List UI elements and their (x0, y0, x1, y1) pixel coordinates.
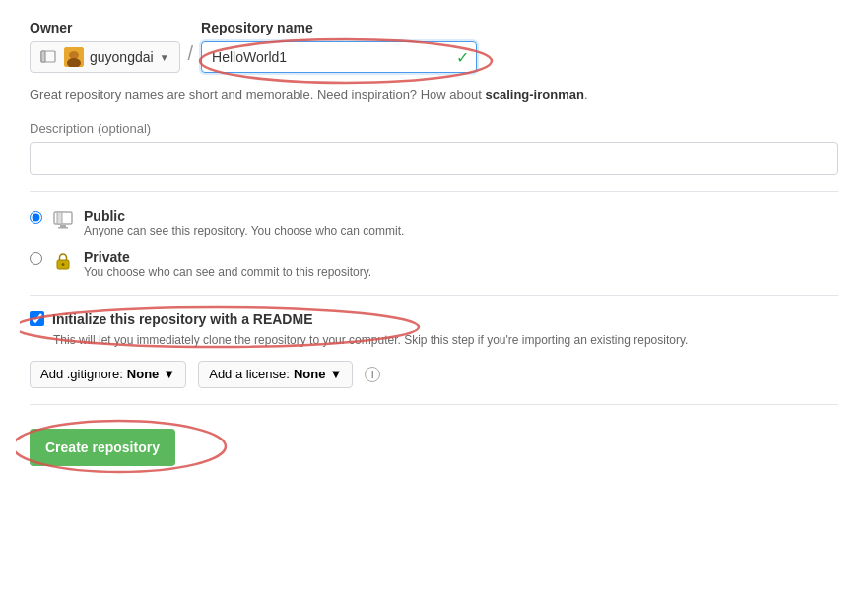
initialize-section: Initialize this repository with a README… (30, 311, 838, 349)
private-title: Private (84, 249, 371, 265)
avatar (64, 47, 84, 67)
repo-name-input[interactable] (201, 41, 477, 73)
repo-name-label: Repository name (201, 20, 477, 35)
owner-column: Owner guyongdai ▼ (30, 20, 180, 73)
gitignore-label: Add .gitignore: (40, 367, 123, 381)
license-value: None (294, 367, 326, 381)
info-icon[interactable]: i (365, 367, 380, 382)
separator: / (188, 37, 194, 69)
suggestion-link[interactable]: scaling-ironman (485, 87, 583, 102)
initialize-desc: This will let you immediately clone the … (53, 331, 838, 349)
initialize-checkbox[interactable] (30, 311, 44, 326)
private-desc: You choose who can see and commit to thi… (84, 265, 371, 279)
gitignore-arrow: ▼ (163, 367, 175, 381)
gitignore-value: None (127, 367, 160, 381)
owner-select[interactable]: guyongdai ▼ (30, 41, 180, 73)
divider-2 (30, 295, 838, 296)
owner-username: guyongdai (90, 49, 154, 65)
private-icon (52, 250, 74, 272)
owner-repo-row: Owner guyongdai ▼ / (30, 20, 838, 73)
svg-rect-7 (57, 212, 62, 224)
svg-point-3 (69, 51, 79, 59)
visibility-group: Public Anyone can see this repository. Y… (30, 208, 838, 279)
description-input[interactable] (30, 142, 838, 175)
owner-dropdown-arrow: ▼ (160, 52, 169, 63)
license-dropdown[interactable]: Add a license: None ▼ (198, 361, 353, 388)
create-repository-button[interactable]: Create repository (30, 429, 175, 466)
initialize-label[interactable]: Initialize this repository with a README (52, 311, 312, 327)
repo-column: Repository name ✓ (201, 20, 477, 73)
svg-rect-8 (60, 225, 66, 227)
svg-rect-1 (41, 51, 45, 62)
public-option: Public Anyone can see this repository. Y… (30, 208, 838, 237)
gitignore-dropdown[interactable]: Add .gitignore: None ▼ (30, 361, 186, 388)
sidebar-icon (40, 49, 56, 65)
description-section: Description (optional) (30, 120, 838, 175)
initialize-checkbox-row: Initialize this repository with a README (30, 311, 838, 327)
description-label: Description (optional) (30, 120, 838, 136)
public-desc: Anyone can see this repository. You choo… (84, 224, 404, 237)
private-text: Private You choose who can see and commi… (84, 249, 371, 279)
private-radio[interactable] (30, 252, 42, 265)
public-title: Public (84, 208, 404, 224)
extra-options: Add .gitignore: None ▼ Add a license: No… (30, 361, 838, 388)
page-container: Owner guyongdai ▼ / (30, 20, 838, 474)
owner-label: Owner (30, 20, 180, 35)
private-option: Private You choose who can see and commi… (30, 249, 838, 279)
submit-section: Create repository (30, 421, 175, 474)
hint-text: Great repository names are short and mem… (30, 85, 838, 104)
divider-3 (30, 404, 838, 405)
license-label: Add a license: (209, 367, 290, 381)
repo-input-wrapper: ✓ (201, 41, 477, 73)
repo-name-wrapper: ✓ (201, 41, 477, 73)
svg-rect-11 (62, 263, 65, 266)
license-arrow: ▼ (329, 367, 342, 381)
divider-1 (30, 191, 838, 192)
svg-rect-9 (58, 227, 68, 229)
public-icon (52, 209, 74, 231)
public-radio[interactable] (30, 211, 42, 224)
public-text: Public Anyone can see this repository. Y… (84, 208, 404, 237)
valid-checkmark: ✓ (456, 48, 469, 67)
